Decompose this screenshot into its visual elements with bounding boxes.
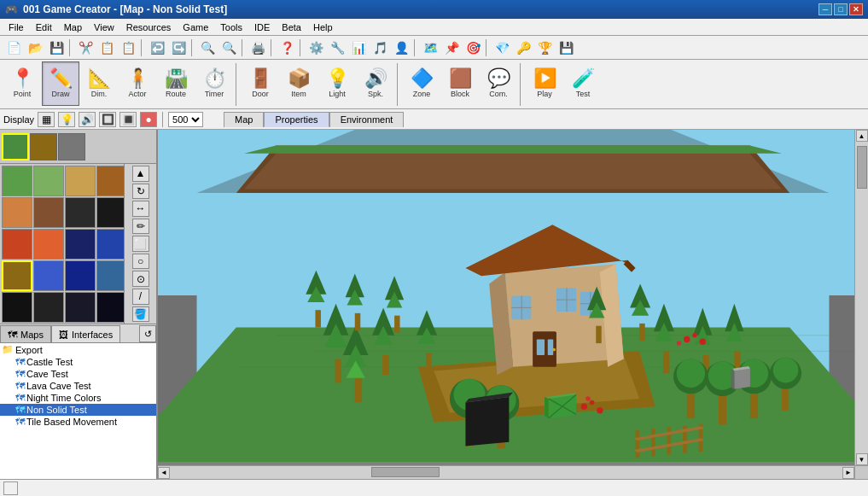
tree-item-1[interactable]: 🗺 Cave Test bbox=[0, 368, 156, 380]
tile-1[interactable] bbox=[2, 166, 32, 196]
tile-4[interactable] bbox=[96, 166, 124, 196]
tile-19[interactable] bbox=[65, 292, 96, 323]
tool-play[interactable]: ▶️ Play bbox=[526, 61, 563, 106]
tree-item-3[interactable]: 🗺 Night Time Colors bbox=[0, 392, 156, 404]
zoom-in-button[interactable]: 🔍 bbox=[197, 38, 218, 57]
display-btn-vol[interactable]: 🔊 bbox=[79, 112, 96, 127]
scroll-down-btn[interactable]: ▼ bbox=[856, 453, 868, 465]
pal-tool-lasso[interactable]: ⊙ bbox=[132, 271, 149, 287]
menu-file[interactable]: File bbox=[3, 20, 29, 35]
tile-17[interactable] bbox=[2, 292, 32, 323]
tool-dim[interactable]: 📐 Dim. bbox=[80, 61, 118, 106]
tool-actor[interactable]: 🧍 Actor bbox=[119, 61, 156, 106]
tree-root-export[interactable]: 📁 Export bbox=[0, 343, 156, 356]
open-button[interactable]: 📂 bbox=[25, 38, 45, 57]
menu-ide[interactable]: IDE bbox=[249, 20, 275, 35]
tb-extra12[interactable]: 💾 bbox=[556, 38, 576, 57]
tb-extra10[interactable]: 🔑 bbox=[513, 38, 533, 57]
tool-door[interactable]: 🚪 Door bbox=[242, 61, 279, 106]
vertical-scrollbar[interactable]: ▲ ▼ bbox=[854, 130, 868, 465]
tile-8[interactable] bbox=[96, 197, 124, 228]
pal-tool-pencil[interactable]: ✏ bbox=[132, 219, 149, 235]
tree-item-4[interactable]: 🗺 Non Solid Test bbox=[0, 404, 156, 416]
menu-tools[interactable]: Tools bbox=[215, 20, 248, 35]
tool-light[interactable]: 💡 Light bbox=[318, 61, 356, 106]
display-btn-light[interactable]: 💡 bbox=[58, 112, 75, 127]
scroll-left-btn[interactable]: ◄ bbox=[158, 467, 170, 479]
tool-point[interactable]: 📍 Point bbox=[3, 61, 41, 106]
undo-button[interactable]: ↩️ bbox=[147, 38, 167, 57]
tab-map[interactable]: Map bbox=[224, 112, 264, 127]
tree-item-5[interactable]: 🗺 Tile Based Movement bbox=[0, 416, 156, 428]
menu-game[interactable]: Game bbox=[178, 20, 213, 35]
tile-10[interactable] bbox=[33, 229, 64, 260]
tb-extra4[interactable]: 🎵 bbox=[370, 38, 390, 57]
scroll-up-btn[interactable]: ▲ bbox=[856, 130, 868, 142]
tile-9[interactable] bbox=[2, 229, 32, 260]
tile-15[interactable] bbox=[65, 260, 96, 291]
display-btn-misc3[interactable]: ● bbox=[140, 112, 157, 127]
tool-item[interactable]: 📦 Item bbox=[280, 61, 317, 106]
tile-7[interactable] bbox=[65, 197, 96, 228]
tile-preview-2[interactable] bbox=[30, 133, 57, 160]
scene-3d[interactable] bbox=[158, 130, 868, 462]
tool-draw[interactable]: ✏️ Draw bbox=[42, 61, 79, 106]
tb-extra8[interactable]: 🎯 bbox=[463, 38, 483, 57]
palette-scroll[interactable] bbox=[0, 164, 124, 324]
tb-extra7[interactable]: 📌 bbox=[441, 38, 462, 57]
display-btn-misc2[interactable]: 🔳 bbox=[119, 112, 137, 127]
new-button[interactable]: 📄 bbox=[3, 38, 24, 57]
display-btn-grid[interactable]: ▦ bbox=[38, 112, 55, 127]
tile-5[interactable] bbox=[2, 197, 32, 228]
save-button[interactable]: 💾 bbox=[46, 38, 67, 57]
help-button[interactable]: ❓ bbox=[277, 38, 297, 57]
menu-resources[interactable]: Resources bbox=[121, 20, 177, 35]
tab-interfaces[interactable]: 🖼 Interfaces bbox=[51, 325, 120, 342]
tool-test[interactable]: 🧪 Test bbox=[564, 61, 602, 106]
tool-zone[interactable]: 🔷 Zone bbox=[403, 61, 440, 106]
tb-extra1[interactable]: ⚙️ bbox=[306, 38, 326, 57]
h-scroll-thumb[interactable] bbox=[371, 467, 440, 477]
tile-6[interactable] bbox=[33, 197, 64, 228]
panel-refresh-btn[interactable]: ↺ bbox=[139, 325, 156, 342]
menu-view[interactable]: View bbox=[89, 20, 119, 35]
menu-edit[interactable]: Edit bbox=[31, 20, 57, 35]
tile-12[interactable] bbox=[96, 229, 124, 260]
horizontal-scrollbar[interactable]: ◄ ► bbox=[158, 465, 854, 479]
tile-16[interactable] bbox=[96, 260, 124, 291]
tree-item-0[interactable]: 🗺 Castle Test bbox=[0, 356, 156, 368]
zoom-select[interactable]: 500 250 100 75 50 bbox=[168, 112, 203, 127]
tile-14[interactable] bbox=[33, 260, 64, 291]
tile-3[interactable] bbox=[65, 166, 96, 196]
selected-tile-preview[interactable] bbox=[2, 133, 29, 160]
tile-2[interactable] bbox=[33, 166, 64, 196]
menu-beta[interactable]: Beta bbox=[277, 20, 306, 35]
tb-extra3[interactable]: 📊 bbox=[348, 38, 369, 57]
tab-maps[interactable]: 🗺 Maps bbox=[0, 325, 51, 342]
menu-map[interactable]: Map bbox=[59, 20, 87, 35]
print-button[interactable]: 🖨️ bbox=[248, 38, 268, 57]
cut-button[interactable]: ✂️ bbox=[75, 38, 96, 57]
tool-com[interactable]: 💬 Com. bbox=[480, 61, 517, 106]
pal-tool-circle[interactable]: ○ bbox=[132, 254, 149, 270]
tab-properties[interactable]: Properties bbox=[264, 112, 329, 127]
tile-20[interactable] bbox=[96, 292, 124, 323]
tile-18[interactable] bbox=[33, 292, 64, 323]
paste-button[interactable]: 📋 bbox=[118, 38, 138, 57]
tab-environment[interactable]: Environment bbox=[329, 112, 405, 127]
tile-preview-3[interactable] bbox=[58, 133, 85, 160]
copy-button[interactable]: 📋 bbox=[96, 38, 117, 57]
tb-extra6[interactable]: 🗺️ bbox=[420, 38, 440, 57]
close-button[interactable]: ✕ bbox=[849, 3, 863, 15]
tb-extra9[interactable]: 💎 bbox=[492, 38, 512, 57]
scroll-right-btn[interactable]: ► bbox=[842, 467, 854, 479]
tool-block[interactable]: 🟫 Block bbox=[441, 61, 479, 106]
tool-spk[interactable]: 🔊 Spk. bbox=[357, 61, 394, 106]
tool-route[interactable]: 🛣️ Route bbox=[157, 61, 195, 106]
pal-tool-line[interactable]: / bbox=[132, 289, 149, 305]
tree-item-2[interactable]: 🗺 Lava Cave Test bbox=[0, 380, 156, 392]
menu-help[interactable]: Help bbox=[308, 20, 338, 35]
maximize-button[interactable]: □ bbox=[834, 3, 848, 15]
tile-11[interactable] bbox=[65, 229, 96, 260]
tb-extra2[interactable]: 🔧 bbox=[327, 38, 347, 57]
